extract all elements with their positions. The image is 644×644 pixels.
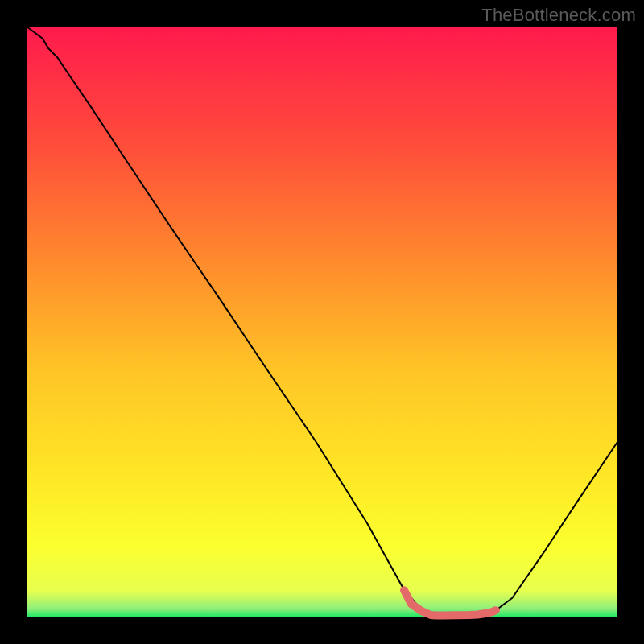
plot-background [27,27,617,617]
chart-svg [0,0,644,644]
chart-canvas: TheBottleneck.com [0,0,644,644]
watermark-text: TheBottleneck.com [481,5,636,26]
